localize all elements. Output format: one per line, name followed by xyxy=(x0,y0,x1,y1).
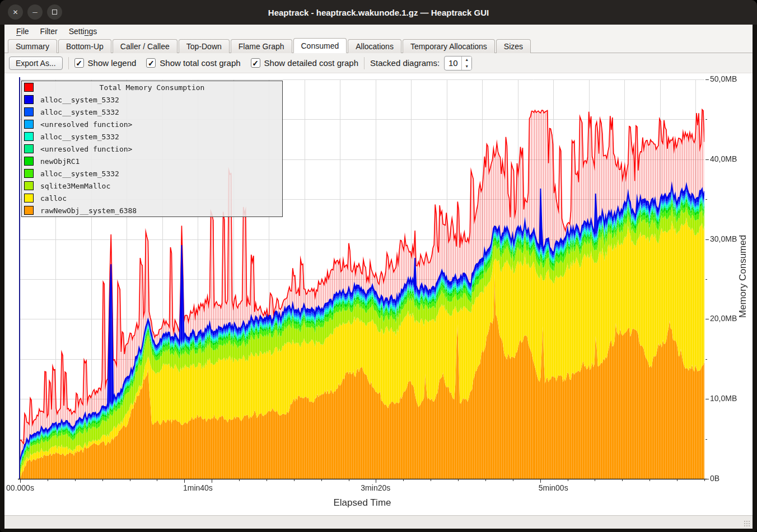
x-tick-label: 3min20s xyxy=(361,483,390,492)
legend-item: sqlite3MemMalloc xyxy=(22,180,282,192)
legend-swatch-8 xyxy=(24,194,34,203)
checkbox-show-legend[interactable]: ✓Show legend xyxy=(74,58,137,68)
legend-swatch-9 xyxy=(24,206,34,215)
legend-item: newObjRC1 xyxy=(22,155,282,167)
stacked-diagrams-spinbox[interactable]: 10 ▲ ▼ xyxy=(444,56,472,70)
spinbox-down-arrow-icon[interactable]: ▼ xyxy=(462,63,471,70)
y-tick-label: 50,0MB xyxy=(710,74,737,83)
legend-swatch-5 xyxy=(24,157,34,166)
close-button[interactable]: ✕ xyxy=(8,4,23,20)
checkmark-icon: ✓ xyxy=(146,58,156,68)
maximize-icon xyxy=(52,10,57,15)
legend-swatch-6 xyxy=(24,169,34,178)
x-axis-title: Elapsed Time xyxy=(334,497,391,509)
legend-item: <unresolved function> xyxy=(22,118,282,130)
y-tick-label: 30,0MB xyxy=(710,234,737,243)
legend-item: rawNewObj__system_6388 xyxy=(22,204,282,216)
legend-label: rawNewObj__system_6388 xyxy=(40,206,137,215)
tab-top-down[interactable]: Top-Down xyxy=(179,39,230,53)
legend-swatch-0 xyxy=(24,95,34,104)
tab-sizes[interactable]: Sizes xyxy=(496,39,531,53)
resize-grip-icon[interactable] xyxy=(744,520,750,527)
toolbar: Export As... ✓Show legend✓Show total cos… xyxy=(4,53,753,73)
tab-flame-graph[interactable]: Flame Graph xyxy=(231,39,292,53)
legend-item: alloc__system_5332 xyxy=(22,130,282,143)
tab-consumed[interactable]: Consumed xyxy=(293,38,347,53)
x-tick-label: 00.000s xyxy=(6,483,34,492)
checkmark-icon: ✓ xyxy=(74,58,84,68)
legend-item: alloc__system_5332 xyxy=(22,167,282,180)
chart-area: Total Memory Consumptionalloc__system_53… xyxy=(4,73,753,515)
legend-label: alloc__system_5332 xyxy=(40,133,119,141)
tab-bar: SummaryBottom-UpCaller / CalleeTop-DownF… xyxy=(4,38,753,53)
legend-title: Total Memory Consumption xyxy=(22,83,282,92)
window-title: Heaptrack - heaptrack.wakunode.1.gz — He… xyxy=(268,8,489,17)
legend-title-row: Total Memory Consumption xyxy=(22,81,282,93)
menu-filter[interactable]: Filter xyxy=(35,26,63,37)
tab-bottom-up[interactable]: Bottom-Up xyxy=(58,39,111,53)
menu-bar: FileFilterSettings xyxy=(4,25,753,38)
legend-swatch-2 xyxy=(24,120,34,129)
minimize-button[interactable]: ─ xyxy=(27,4,43,20)
legend-label: alloc__system_5332 xyxy=(40,96,119,104)
x-tick-label: 5min00s xyxy=(539,483,568,492)
title-bar[interactable]: ✕ ─ Heaptrack - heaptrack.wakunode.1.gz … xyxy=(0,0,757,25)
tab-temporary-allocations[interactable]: Temporary Allocations xyxy=(403,39,495,53)
tab-caller-callee[interactable]: Caller / Callee xyxy=(113,39,177,53)
legend-swatch-3 xyxy=(24,132,34,141)
legend-label: newObjRC1 xyxy=(40,157,80,166)
toolbar-separator xyxy=(68,57,69,69)
legend-label: alloc__system_5332 xyxy=(40,108,119,116)
legend-item: <unresolved function> xyxy=(22,143,282,155)
legend-swatch-4 xyxy=(24,144,34,153)
checkbox-show-total-cost-graph[interactable]: ✓Show total cost graph xyxy=(146,58,240,68)
x-tick-label: 1min40s xyxy=(183,483,213,492)
legend-item: alloc__system_5332 xyxy=(22,106,282,118)
checkbox-label: Show legend xyxy=(88,58,137,68)
y-tick-label: 0B xyxy=(710,474,719,483)
menu-settings[interactable]: Settings xyxy=(64,26,102,37)
y-tick-label: 20,0MB xyxy=(710,314,737,323)
stacked-diagrams-value: 10 xyxy=(445,57,461,70)
stacked-diagrams-label: Stacked diagrams: xyxy=(370,58,440,68)
checkbox-label: Show detailed cost graph xyxy=(264,58,358,68)
toolbar-separator xyxy=(364,57,365,69)
checkmark-icon: ✓ xyxy=(251,58,260,68)
legend-label: calloc xyxy=(40,194,67,203)
heaptrack-window: ✕ ─ Heaptrack - heaptrack.wakunode.1.gz … xyxy=(0,0,757,532)
y-tick-label: 10,0MB xyxy=(710,394,737,403)
spinbox-up-arrow-icon[interactable]: ▲ xyxy=(462,57,471,63)
legend-item: alloc__system_5332 xyxy=(22,93,282,106)
legend-label: <unresolved function> xyxy=(40,145,132,153)
checkbox-label: Show total cost graph xyxy=(160,58,240,68)
y-tick-label: 40,0MB xyxy=(710,154,737,163)
export-as-button[interactable]: Export As... xyxy=(9,57,63,70)
legend-label: <unresolved function> xyxy=(40,120,132,129)
y-axis-title: Memory Consumed xyxy=(733,73,753,479)
menu-file[interactable]: File xyxy=(11,26,34,37)
legend-label: sqlite3MemMalloc xyxy=(40,182,110,190)
status-bar xyxy=(4,515,753,529)
tab-summary[interactable]: Summary xyxy=(8,39,57,53)
legend-swatch-1 xyxy=(24,107,34,116)
tab-allocations[interactable]: Allocations xyxy=(348,39,401,53)
chart-legend: Total Memory Consumptionalloc__system_53… xyxy=(21,81,283,217)
maximize-button[interactable] xyxy=(47,4,62,20)
legend-swatch-7 xyxy=(24,181,34,190)
checkbox-show-detailed-cost-graph[interactable]: ✓Show detailed cost graph xyxy=(251,58,358,68)
legend-label: alloc__system_5332 xyxy=(40,170,119,178)
legend-item: calloc xyxy=(22,192,282,204)
